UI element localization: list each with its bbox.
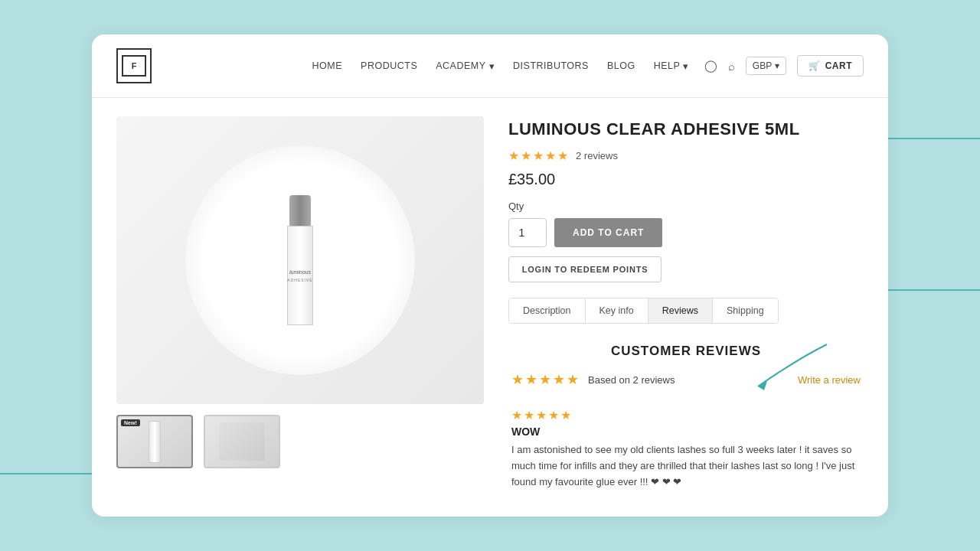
tab-reviews[interactable]: Reviews [648, 298, 713, 323]
bottle-body: luminous ADHESIVE [287, 226, 313, 325]
rating-row: ★★★★★ 2 reviews [508, 148, 864, 163]
search-icon[interactable]: ⌕ [728, 60, 735, 73]
logo-inner: F [122, 55, 146, 77]
currency-selector[interactable]: GBP ▾ [746, 57, 786, 75]
chevron-down-icon: ▾ [775, 60, 779, 71]
nav-icons: ◯ ⌕ GBP ▾ 🛒 CART [704, 55, 864, 77]
product-section: luminous ADHESIVE New! LUMINOUS CLEAR AD… [92, 98, 888, 514]
reviews-section-title: CUSTOMER REVIEWS [508, 337, 864, 359]
product-bottle: luminous ADHESIVE [287, 195, 313, 325]
new-badge: New! [121, 419, 140, 426]
bottle-logo: luminous [289, 269, 311, 275]
product-title: LUMINOUS CLEAR ADHESIVE 5ML [508, 119, 864, 139]
nav-academy[interactable]: ACADEMY ▾ [436, 60, 495, 72]
nav-distributors[interactable]: DISTRIBUTORS [513, 60, 589, 71]
reviews-summary: ★★★★★ Based on 2 reviews Write a review [508, 371, 864, 388]
tab-description[interactable]: Description [509, 298, 586, 323]
product-images: luminous ADHESIVE New! [116, 116, 484, 496]
review-count: 2 reviews [576, 150, 618, 161]
summary-left: ★★★★★ Based on 2 reviews [511, 371, 675, 388]
star-rating: ★★★★★ [508, 148, 570, 163]
logo[interactable]: F [116, 48, 152, 83]
cart-button[interactable]: 🛒 CART [797, 55, 864, 77]
based-on-text: Based on 2 reviews [588, 374, 675, 386]
nav-links: HOME PRODUCTS ACADEMY ▾ DISTRIBUTORS BLO… [312, 60, 689, 72]
nav-home[interactable]: HOME [312, 60, 343, 71]
bottle-label: ADHESIVE [287, 278, 312, 282]
bottle-cap [289, 195, 311, 226]
qty-input[interactable] [508, 218, 547, 247]
cart-icon: 🛒 [808, 60, 821, 71]
tab-shipping[interactable]: Shipping [713, 298, 778, 323]
thumbnails: New! [116, 415, 484, 468]
tab-key-info[interactable]: Key info [586, 298, 648, 323]
review-stars-1: ★★★★★ [511, 408, 861, 422]
thumbnail-2[interactable] [204, 415, 280, 468]
thumbnail-1[interactable]: New! [116, 415, 193, 468]
thumb-img-2 [219, 422, 265, 461]
chevron-down-icon: ▾ [683, 60, 689, 72]
main-card: F HOME PRODUCTS ACADEMY ▾ DISTRIBUTORS B… [92, 34, 888, 517]
qty-label: Qty [508, 201, 864, 212]
login-redeem-button[interactable]: LOGIN TO REDEEM POINTS [508, 256, 662, 282]
review-text-1: I am astonished to see my old clients la… [511, 442, 861, 490]
product-price: £35.00 [508, 171, 864, 188]
nav-help[interactable]: HELP ▾ [654, 60, 689, 72]
thumb-bottle-1 [149, 421, 161, 463]
review-title-1: WOW [511, 425, 861, 438]
product-main-image: luminous ADHESIVE [116, 116, 484, 404]
review-item-1: ★★★★★ WOW I am astonished to see my old … [508, 402, 864, 496]
add-to-cart-button[interactable]: ADD TO CART [554, 218, 662, 247]
reviews-section: CUSTOMER REVIEWS ★★★★★ Based on 2 review… [508, 337, 864, 496]
product-info: LUMINOUS CLEAR ADHESIVE 5ML ★★★★★ 2 revi… [508, 116, 864, 496]
user-icon[interactable]: ◯ [704, 59, 717, 73]
chevron-down-icon: ▾ [489, 60, 495, 72]
write-review-link[interactable]: Write a review [798, 374, 861, 386]
navbar: F HOME PRODUCTS ACADEMY ▾ DISTRIBUTORS B… [92, 34, 888, 98]
qty-row: ADD TO CART [508, 218, 864, 247]
nav-products[interactable]: PRODUCTS [361, 60, 417, 71]
product-tabs: Description Key info Reviews Shipping [508, 298, 779, 324]
summary-stars: ★★★★★ [511, 371, 580, 388]
nav-blog[interactable]: BLOG [607, 60, 635, 71]
